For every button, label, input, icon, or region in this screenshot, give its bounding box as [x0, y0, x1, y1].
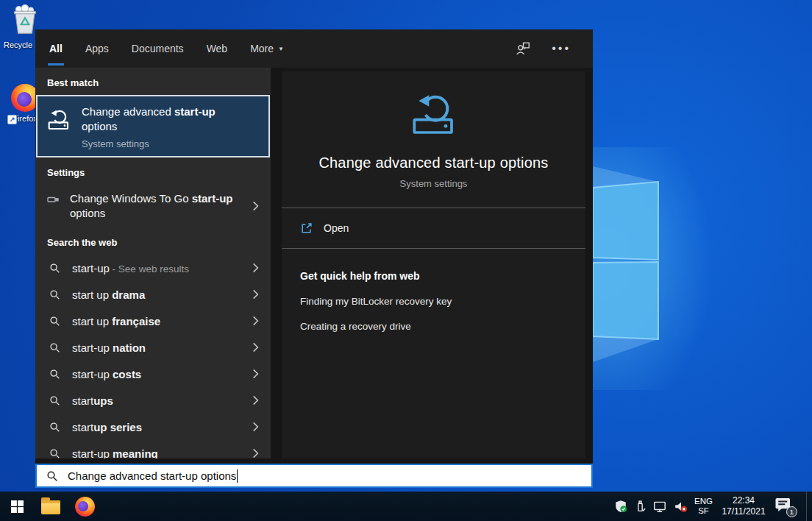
best-match-title: Change advanced start-up options [82, 104, 252, 134]
chevron-right-icon [252, 289, 259, 300]
best-match-subtitle: System settings [82, 138, 252, 149]
search-icon [49, 289, 60, 300]
search-flyout-panel: All Apps Documents Web More▼ ••• Best ma… [35, 29, 593, 488]
divider [282, 248, 585, 249]
section-settings: Settings [35, 157, 271, 185]
settings-result-text: Change Windows To Go start-up options [70, 191, 245, 221]
folder-icon [41, 500, 60, 514]
search-icon [49, 263, 60, 274]
search-input-value: Change advanced start-up options [68, 469, 236, 482]
language-indicator[interactable]: ENG SF [694, 497, 713, 516]
web-suggestion-row[interactable]: start-up costs [35, 361, 271, 387]
chevron-right-icon [252, 263, 259, 273]
tab-web[interactable]: Web [205, 29, 229, 68]
volume-muted-icon[interactable] [674, 500, 688, 513]
web-suggestion-row[interactable]: startups [35, 387, 271, 414]
advanced-startup-icon [47, 108, 71, 132]
web-suggestion-row[interactable]: start-up meaning [35, 440, 271, 458]
time: 22:34 [719, 495, 768, 506]
firefox-glyph [75, 497, 95, 517]
text-caret [237, 469, 238, 483]
chevron-right-icon [252, 422, 259, 432]
show-desktop-button[interactable] [806, 492, 810, 521]
notification-badge: 1 [786, 506, 797, 517]
firefox-taskbar-button[interactable] [68, 492, 102, 521]
chevron-right-icon [252, 342, 259, 352]
web-suggestion-row[interactable]: startup series [35, 414, 271, 440]
web-suggestion-row[interactable]: start-up nation [35, 334, 271, 361]
chevron-right-icon [252, 369, 259, 379]
advanced-startup-icon-large [410, 91, 457, 138]
result-preview-pane: Change advanced start-up options System … [282, 71, 585, 458]
search-icon [49, 422, 60, 433]
start-button[interactable] [0, 492, 34, 521]
open-external-icon [300, 222, 313, 235]
chevron-right-icon [252, 395, 259, 405]
search-icon [49, 448, 60, 459]
open-label: Open [324, 222, 349, 234]
system-tray: ENG SF 22:34 17/11/2021 1 [614, 492, 812, 521]
usb-drive-icon [47, 194, 60, 205]
section-search-the-web: Search the web [35, 227, 271, 255]
chevron-right-icon [252, 448, 259, 458]
search-icon [49, 342, 60, 353]
clock[interactable]: 22:34 17/11/2021 [719, 495, 768, 517]
best-match-result[interactable]: Change advanced start-up options System … [36, 95, 270, 157]
web-suggestion-row[interactable]: start-up - See web results [35, 255, 271, 281]
search-input[interactable]: Change advanced start-up options [35, 464, 593, 488]
search-icon [46, 470, 58, 482]
search-filter-tabs: All Apps Documents Web More▼ ••• [35, 29, 593, 68]
feedback-icon[interactable] [515, 41, 531, 56]
taskbar: ENG SF 22:34 17/11/2021 1 [0, 492, 812, 521]
settings-result-windows-to-go[interactable]: Change Windows To Go start-up options [35, 185, 271, 227]
preview-title: Change advanced start-up options [282, 155, 585, 171]
section-best-match: Best match [35, 68, 271, 95]
quick-help-header: Get quick help from web [300, 270, 585, 282]
date: 17/11/2021 [719, 506, 768, 517]
usb-device-icon[interactable] [634, 500, 647, 513]
chevron-right-icon [252, 316, 259, 326]
windows-logo-icon [11, 500, 24, 513]
security-shield-icon[interactable] [614, 500, 627, 513]
help-link-recovery-drive[interactable]: Creating a recovery drive [300, 321, 585, 332]
help-link-bitlocker[interactable]: Finding my BitLocker recovery key [300, 296, 585, 307]
shortcut-arrow-icon: ↗ [7, 115, 17, 124]
tab-more[interactable]: More▼ [249, 29, 285, 68]
desktop: Recycle Bin ↗ Firefox All Apps Documents… [0, 0, 812, 521]
action-center-button[interactable]: 1 [774, 496, 797, 517]
network-display-icon[interactable] [653, 500, 667, 513]
chevron-down-icon: ▼ [278, 46, 284, 52]
search-icon [49, 316, 60, 327]
tab-all[interactable]: All [48, 29, 64, 68]
search-icon [49, 395, 60, 406]
search-icon [49, 369, 60, 380]
chevron-right-icon [252, 201, 259, 211]
web-suggestion-row[interactable]: start up française [35, 308, 271, 334]
open-action[interactable]: Open [282, 208, 585, 248]
more-options-icon[interactable]: ••• [552, 45, 571, 52]
search-results-column: Best match Change advanced start-up opti… [35, 68, 271, 458]
file-explorer-button[interactable] [34, 492, 68, 521]
tab-apps[interactable]: Apps [84, 29, 110, 68]
tab-documents[interactable]: Documents [130, 29, 185, 68]
web-suggestion-row[interactable]: start up drama [35, 281, 271, 308]
preview-subtitle: System settings [282, 178, 585, 189]
